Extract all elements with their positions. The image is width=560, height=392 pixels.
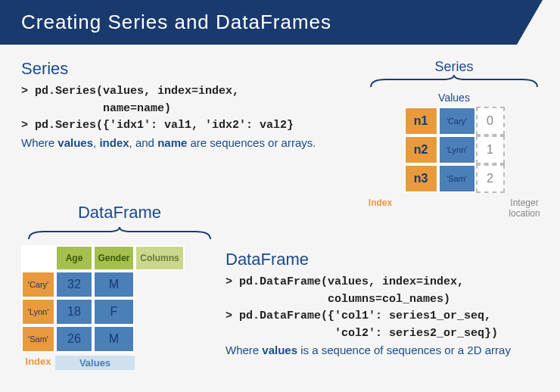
df-empty-cell [21,245,55,271]
df-grid: Age Gender Columns 'Cary' 32 M 'Lynn' 18… [21,245,218,353]
df-blank [135,298,185,325]
df-value-cell: M [93,325,135,353]
series-index-cell: n1 [404,107,438,135]
series-index-cell: n2 [404,135,438,164]
desc-text: , and [129,136,158,149]
desc-bold: name [157,136,187,149]
series-value-cell: 'Sam' [438,164,476,193]
df-footer: Index Values [21,356,218,370]
desc-text: Where [226,344,262,356]
series-code: > pd.Series(values, index=index, name=na… [21,83,331,135]
df-index-cell: 'Lynn' [21,298,55,325]
series-value-cell: 'Lynn' [438,135,476,164]
index-label: Index [363,198,397,219]
series-grid: n1 'Cary' 0 n2 'Lynn' 1 n3 'Sam' 2 [404,107,505,193]
df-col-header: Gender [93,245,135,271]
df-value-cell: F [93,298,135,325]
values-label: Values [363,92,545,104]
df-index-label: Index [21,356,55,370]
df-col-header: Age [55,245,93,271]
series-iloc-cell: 0 [476,107,505,135]
df-blank [135,271,185,298]
series-vis-title: Series [363,59,545,75]
series-iloc-cell: 2 [476,164,505,193]
series-section: Series > pd.Series(values, index=index, … [21,59,331,151]
df-values-label: Values [55,356,135,370]
df-code: > pd.DataFrame(values, index=index, colu… [226,274,555,342]
df-vis-title: DataFrame [21,203,218,222]
page-header: Creating Series and DataFrames [0,0,560,45]
df-value-cell: 32 [55,271,93,298]
desc-text: is a sequence of sequences or a 2D array [297,344,511,356]
desc-bold: values [58,136,93,149]
df-value-cell: 18 [55,298,93,325]
df-index-cell: 'Sam' [21,325,55,353]
dataframe-visual: DataFrame Age Gender Columns 'Cary' 32 M… [21,203,218,370]
df-value-cell: 26 [55,325,93,353]
series-footer: Index Integer location [363,198,545,219]
series-index-cell: n3 [404,164,438,193]
series-iloc-cell: 1 [476,135,505,164]
brace-icon [21,227,218,241]
desc-bold: index [99,136,129,149]
series-value-cell: 'Cary' [438,107,476,135]
df-title: DataFrame [226,250,555,269]
series-title: Series [21,59,331,79]
df-index-cell: 'Cary' [21,271,55,298]
series-visual: Series Values n1 'Cary' 0 n2 'Lynn' 1 n3… [363,59,545,219]
df-blank [135,325,185,353]
iloc-label: Integer location [498,198,551,219]
desc-bold: values [262,344,297,356]
brace-icon [363,75,545,89]
desc-text: are sequences or arrays. [187,136,316,149]
df-value-cell: M [93,271,135,298]
df-columns-label: Columns [135,245,185,271]
dataframe-section: DataFrame > pd.DataFrame(values, index=i… [226,250,555,358]
df-desc: Where values is a sequence of sequences … [226,342,555,358]
desc-text: Where [21,136,58,149]
series-desc: Where values, index, and name are sequen… [21,135,331,151]
